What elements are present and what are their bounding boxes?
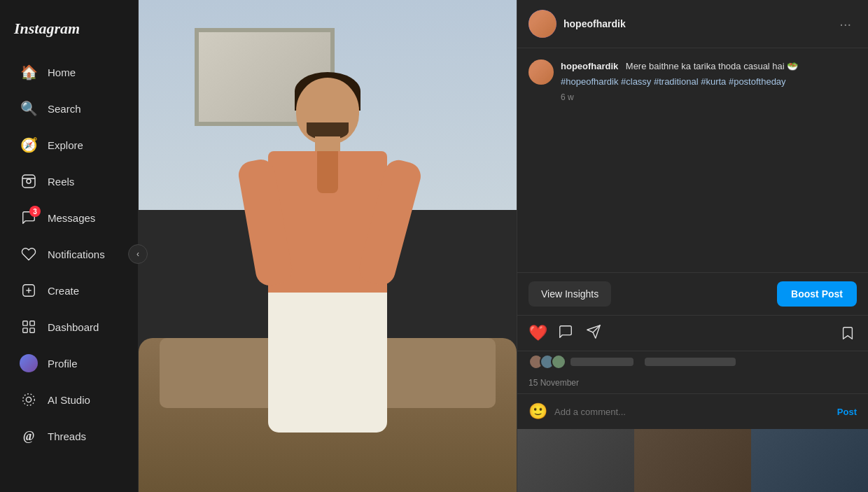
reels-icon bbox=[20, 172, 38, 190]
sidebar-item-label: Messages bbox=[48, 212, 95, 224]
sidebar-item-label: Profile bbox=[48, 358, 78, 370]
sidebar-item-label: Dashboard bbox=[48, 321, 99, 333]
sidebar-item-notifications[interactable]: Notifications bbox=[6, 237, 132, 272]
post-author-username: hopeofhardik bbox=[564, 18, 827, 29]
threads-icon: @ bbox=[20, 427, 38, 445]
thumbnail-2 bbox=[634, 429, 751, 492]
post-comment-button[interactable]: Post bbox=[837, 407, 857, 417]
likes-row bbox=[517, 351, 868, 375]
view-insights-button[interactable]: View Insights bbox=[528, 281, 611, 307]
comment-icon bbox=[558, 324, 573, 343]
caption-content: hopeofhardik Mere baithne ka tarika thod… bbox=[561, 59, 857, 261]
sidebar-item-label: Search bbox=[48, 103, 81, 115]
sidebar-item-label: Explore bbox=[48, 139, 83, 151]
comment-input-area: 🙂 Post bbox=[517, 393, 868, 429]
post-caption-area: hopeofhardik Mere baithne ka tarika thod… bbox=[517, 48, 868, 273]
share-icon bbox=[586, 324, 601, 343]
sidebar-item-dashboard[interactable]: Dashboard bbox=[6, 309, 132, 344]
heart-icon: ❤️ bbox=[528, 324, 547, 342]
svg-rect-7 bbox=[30, 321, 34, 325]
post-detail-panel: hopeofhardik ··· hopeofhardik Mere baith… bbox=[517, 0, 868, 492]
sidebar-collapse-button[interactable]: ‹ bbox=[128, 244, 148, 264]
more-options-icon[interactable]: ··· bbox=[834, 13, 857, 35]
boost-post-button[interactable]: Boost Post bbox=[777, 281, 857, 307]
svg-rect-6 bbox=[23, 321, 27, 325]
sidebar-item-profile[interactable]: Profile bbox=[6, 346, 132, 381]
sidebar-item-label: Reels bbox=[48, 176, 74, 188]
sidebar-nav: 🏠 Home 🔍 Search 🧭 Explore Reels bbox=[0, 55, 138, 481]
sidebar-item-messages[interactable]: 3 Messages bbox=[6, 200, 132, 235]
sidebar-item-search[interactable]: 🔍 Search bbox=[6, 91, 132, 126]
caption-text: Mere baithne ka tarika thoda casual hai … bbox=[626, 61, 799, 71]
app-logo: Instagram bbox=[0, 11, 138, 55]
sidebar-item-label: Create bbox=[48, 285, 79, 297]
post-date: 15 November bbox=[517, 375, 868, 393]
sidebar-item-label: Home bbox=[48, 66, 76, 78]
like-button[interactable]: ❤️ bbox=[528, 324, 547, 342]
home-icon: 🏠 bbox=[20, 63, 38, 81]
like-avatars bbox=[528, 354, 562, 370]
svg-point-10 bbox=[26, 397, 31, 402]
profile-avatar bbox=[20, 354, 38, 372]
post-author-avatar bbox=[528, 10, 556, 38]
likes-count-bar bbox=[570, 358, 634, 366]
svg-rect-8 bbox=[23, 328, 27, 332]
search-icon: 🔍 bbox=[20, 99, 38, 118]
sidebar: Instagram 🏠 Home 🔍 Search 🧭 Explore Reel… bbox=[0, 0, 139, 492]
sidebar-item-explore[interactable]: 🧭 Explore bbox=[6, 127, 132, 162]
sidebar-item-reels[interactable]: Reels bbox=[6, 164, 132, 199]
bottom-thumbnails bbox=[517, 429, 868, 492]
svg-point-11 bbox=[23, 394, 35, 406]
caption-time: 6 w bbox=[561, 92, 857, 102]
create-icon bbox=[20, 281, 38, 300]
likes-detail-bar bbox=[645, 358, 736, 366]
post-container: hopeofhardik ··· hopeofhardik Mere baith… bbox=[139, 0, 868, 492]
caption-hashtags: #hopeofhardik #classy #traditional #kurt… bbox=[561, 76, 857, 87]
post-actions-bar: View Insights Boost Post bbox=[517, 273, 868, 316]
svg-point-1 bbox=[27, 179, 31, 183]
dashboard-icon bbox=[20, 318, 38, 336]
ai-studio-icon bbox=[20, 391, 38, 409]
caption-avatar bbox=[528, 59, 554, 85]
thumbnail-1 bbox=[517, 429, 634, 492]
sidebar-item-ai-studio[interactable]: AI Studio bbox=[6, 382, 132, 417]
sidebar-item-home[interactable]: 🏠 Home bbox=[6, 55, 132, 90]
sidebar-item-label: AI Studio bbox=[48, 394, 90, 406]
sidebar-item-label: Notifications bbox=[48, 248, 105, 260]
reaction-bar: ❤️ bbox=[517, 316, 868, 351]
comment-button[interactable] bbox=[556, 324, 575, 342]
sidebar-item-threads[interactable]: @ Threads bbox=[6, 419, 132, 454]
explore-icon: 🧭 bbox=[20, 136, 38, 154]
messages-badge: 3 bbox=[29, 206, 41, 217]
emoji-picker-button[interactable]: 🙂 bbox=[528, 402, 547, 421]
main-content: hopeofhardik ··· hopeofhardik Mere baith… bbox=[139, 0, 868, 492]
notifications-icon bbox=[20, 245, 38, 263]
thumbnail-3 bbox=[751, 429, 868, 492]
save-button[interactable] bbox=[839, 324, 857, 342]
comment-input[interactable] bbox=[554, 407, 830, 417]
sidebar-item-create[interactable]: Create bbox=[6, 273, 132, 308]
share-button[interactable] bbox=[584, 324, 603, 342]
post-header: hopeofhardik ··· bbox=[517, 0, 868, 48]
svg-rect-9 bbox=[30, 328, 34, 332]
svg-rect-0 bbox=[22, 175, 35, 188]
sidebar-item-label: Threads bbox=[48, 430, 86, 442]
caption-username: hopeofhardik bbox=[561, 61, 618, 71]
post-image bbox=[139, 0, 517, 492]
